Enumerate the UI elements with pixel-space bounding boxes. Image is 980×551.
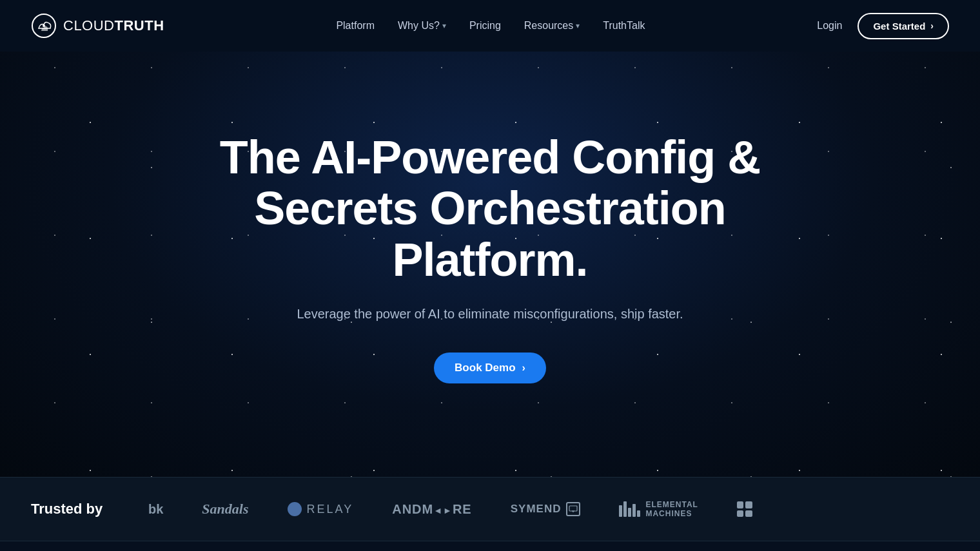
nav-platform[interactable]: Platform bbox=[336, 20, 375, 32]
nav-why-us[interactable]: Why Us? ▾ bbox=[398, 20, 446, 32]
hero-title: The AI-Powered Config & Secrets Orchestr… bbox=[200, 132, 780, 285]
brand-logo[interactable]: CLOUDTRUTH bbox=[31, 13, 164, 39]
list-item bbox=[737, 501, 752, 517]
elemental-label: ELEMENTALMACHINES bbox=[645, 500, 698, 519]
hero-subtitle: Leverage the power of AI to eliminate mi… bbox=[297, 304, 683, 324]
footer-hint bbox=[0, 541, 980, 551]
list-item: Sandals bbox=[202, 501, 248, 517]
nav-truthtalk[interactable]: TruthTalk bbox=[603, 20, 645, 32]
get-started-button[interactable]: Get Started › bbox=[858, 13, 949, 39]
nav-pricing[interactable]: Pricing bbox=[469, 20, 501, 32]
svg-point-1 bbox=[43, 24, 45, 27]
navbar: CLOUDTRUTH Platform Why Us? ▾ Pricing Re… bbox=[0, 0, 980, 52]
list-item: SYMEND bbox=[511, 502, 581, 516]
bk-logo: bk bbox=[148, 502, 163, 517]
list-item: ANDM◄►RE bbox=[392, 502, 472, 517]
symend-box-icon bbox=[566, 502, 580, 516]
chevron-right-icon: › bbox=[930, 21, 934, 31]
chevron-right-icon: › bbox=[522, 362, 525, 374]
book-demo-button[interactable]: Book Demo › bbox=[434, 353, 546, 383]
symend-label: SYMEND bbox=[511, 503, 562, 516]
chevron-down-icon: ▾ bbox=[442, 21, 446, 30]
list-item: bk bbox=[148, 502, 163, 517]
hero-section: The AI-Powered Config & Secrets Orchestr… bbox=[0, 52, 980, 477]
list-item: RELAY bbox=[288, 502, 354, 516]
grid-logo-icon bbox=[737, 501, 752, 517]
logo-scroll-area: bk Sandals RELAY ANDM◄►RE SYMEND bbox=[148, 500, 980, 519]
svg-rect-2 bbox=[569, 506, 577, 511]
andmore-logo: ANDM◄►RE bbox=[392, 502, 472, 517]
symend-screen-icon bbox=[569, 505, 578, 514]
list-item: ELEMENTALMACHINES bbox=[619, 500, 698, 519]
relay-label: RELAY bbox=[307, 503, 354, 516]
trusted-by-label: Trusted by bbox=[0, 501, 148, 517]
trusted-by-bar: Trusted by bk Sandals RELAY ANDM◄►RE SYM… bbox=[0, 477, 980, 541]
nav-resources[interactable]: Resources ▾ bbox=[524, 20, 580, 32]
chevron-down-icon: ▾ bbox=[576, 21, 580, 30]
nav-actions: Login Get Started › bbox=[817, 13, 949, 39]
elemental-bars-icon bbox=[619, 501, 640, 517]
nav-links: Platform Why Us? ▾ Pricing Resources ▾ T… bbox=[336, 20, 645, 32]
cloudtruth-logo-icon bbox=[31, 13, 57, 39]
login-button[interactable]: Login bbox=[817, 20, 842, 32]
relay-dot-icon bbox=[288, 502, 302, 516]
brand-name: CLOUDTRUTH bbox=[63, 17, 164, 34]
sandals-logo: Sandals bbox=[202, 501, 248, 517]
